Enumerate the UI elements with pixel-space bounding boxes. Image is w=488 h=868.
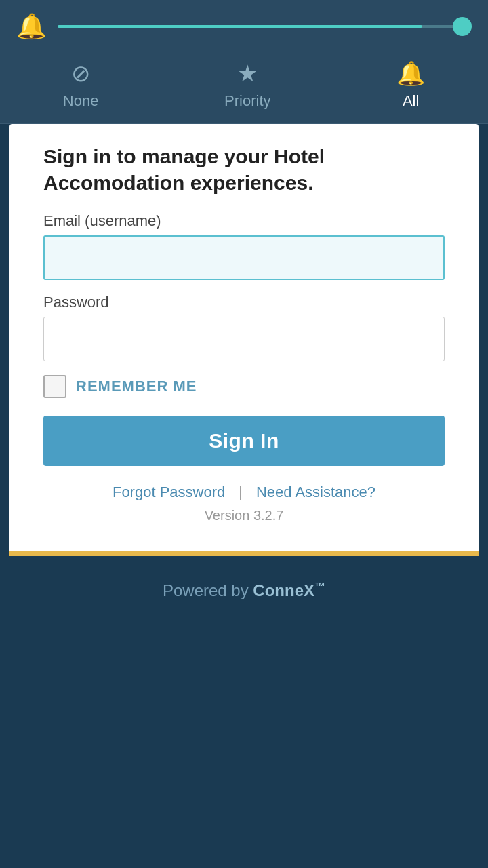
email-input[interactable]	[43, 235, 445, 280]
top-bar: 🔔	[0, 0, 488, 49]
forgot-password-link[interactable]: Forgot Password	[113, 484, 225, 501]
need-assistance-link[interactable]: Need Assistance?	[256, 484, 375, 501]
version-text: Version 3.2.7	[43, 508, 445, 524]
brand-name: ConneX™	[253, 581, 325, 599]
priority-icon: ★	[237, 60, 258, 87]
notif-option-none[interactable]: ⊘ None	[63, 60, 99, 110]
password-form-group: Password	[43, 294, 445, 361]
links-separator: |	[239, 484, 243, 501]
footer: Powered by ConneX™	[0, 556, 488, 868]
bell-icon: 🔔	[16, 12, 47, 41]
all-label: All	[403, 92, 419, 110]
slider-fill	[58, 25, 422, 28]
slider-track[interactable]	[58, 25, 472, 28]
password-input[interactable]	[43, 317, 445, 361]
header-text: Sign in to manage your Hotel Accomodatio…	[43, 145, 325, 194]
card-bottom-border	[9, 551, 479, 556]
trademark-symbol: ™	[314, 580, 325, 592]
card-header: Sign in to manage your Hotel Accomodatio…	[43, 124, 445, 212]
none-icon: ⊘	[71, 60, 90, 87]
none-label: None	[63, 92, 99, 110]
powered-by-text: Powered by	[163, 581, 253, 599]
email-form-group: Email (username)	[43, 212, 445, 280]
slider-container[interactable]	[58, 25, 472, 28]
brand-name-text: ConneX	[253, 581, 314, 599]
links-row: Forgot Password | Need Assistance?	[43, 484, 445, 501]
notif-option-priority[interactable]: ★ Priority	[224, 60, 270, 110]
slider-thumb[interactable]	[453, 17, 472, 36]
remember-me-checkbox[interactable]	[43, 375, 66, 398]
email-label: Email (username)	[43, 212, 445, 230]
all-bell-icon: 🔔	[396, 60, 425, 87]
sign-in-button[interactable]: Sign In	[43, 416, 445, 466]
login-card: Sign in to manage your Hotel Accomodatio…	[9, 124, 479, 551]
password-label: Password	[43, 294, 445, 311]
remember-me-label: REMEMBER ME	[76, 378, 197, 395]
priority-label: Priority	[224, 92, 270, 110]
notification-options-bar: ⊘ None ★ Priority 🔔 All	[0, 49, 488, 124]
remember-me-row: REMEMBER ME	[43, 375, 445, 398]
notif-option-all[interactable]: 🔔 All	[396, 60, 425, 110]
